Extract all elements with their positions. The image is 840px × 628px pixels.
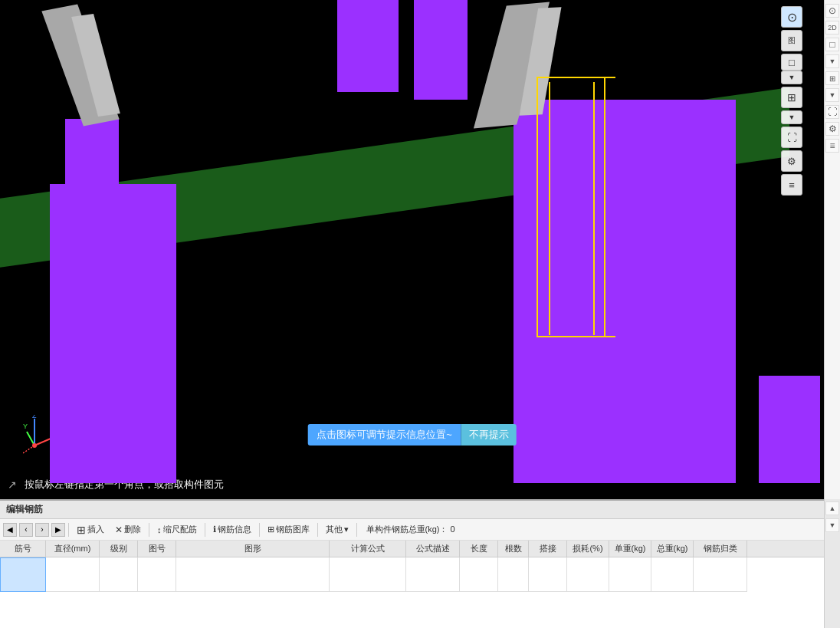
panel-title-bar: 编辑钢筋 ×	[0, 501, 840, 519]
weight-value: 0	[451, 524, 455, 534]
th-diameter: 直径(mm)	[46, 541, 100, 557]
other-dropdown-icon: ▾	[344, 524, 349, 534]
add-icon: ⊞	[77, 524, 86, 536]
sep4	[259, 523, 260, 537]
edge-btn-2[interactable]: ▼	[825, 518, 839, 532]
fullscreen-icon-btn[interactable]: ⛶	[781, 127, 802, 148]
sep5	[317, 523, 318, 537]
th-barno: 筋号	[0, 541, 46, 557]
notification-bar: 点击图标可调节提示信息位置~ 不再提示	[307, 424, 517, 446]
delete-icon: ✕	[115, 524, 123, 535]
rtb-icon-8[interactable]: ⚙	[825, 122, 839, 136]
td-unitwt-1[interactable]	[609, 557, 651, 592]
td-totalwt-1[interactable]	[651, 557, 694, 592]
svg-line-1	[27, 432, 34, 446]
list-icon-btn[interactable]: ≡	[781, 174, 802, 196]
other-label: 其他	[326, 524, 343, 535]
purple-top-right	[414, 0, 468, 100]
rebar-info-btn[interactable]: ℹ 钢筋信息	[208, 521, 256, 538]
add-row-btn[interactable]: ⊞ 插入	[72, 521, 109, 538]
td-formuladesc-1[interactable]	[406, 557, 460, 592]
edge-btn-1[interactable]: ▲	[825, 501, 839, 515]
weight-label: 单构件钢筋总重(kg)： 0	[366, 524, 455, 535]
td-length-1[interactable]	[460, 557, 498, 592]
scale-icon: ↕	[157, 525, 162, 534]
td-rebartype-1[interactable]	[694, 557, 747, 592]
td-diameter-1[interactable]	[46, 557, 100, 592]
rebar-lib-btn[interactable]: ⊞ 钢筋图库	[263, 521, 314, 538]
td-shapeno-1[interactable]	[138, 557, 176, 592]
td-count-1[interactable]	[498, 557, 529, 592]
other-dropdown-btn[interactable]: 其他 ▾	[321, 521, 353, 538]
rtb-icon-2[interactable]: 2D	[825, 21, 839, 35]
td-shape-1[interactable]	[176, 557, 330, 592]
rtb-icon-9[interactable]: ≡	[825, 139, 839, 153]
right-toolbar: ⊙ 2D □ ▼ ⊞ ▼ ⛶ ⚙ ≡	[824, 0, 840, 499]
notification-text: 点击图标可调节提示信息位置~	[307, 424, 461, 446]
td-barno-1[interactable]	[0, 557, 46, 592]
nav-prev-btn[interactable]: ‹	[19, 523, 33, 537]
purple-col-main-left	[50, 184, 176, 483]
right-edge-panel: ▲ ▼	[824, 499, 840, 628]
nav-first-btn[interactable]: ◀	[3, 523, 17, 537]
add-label: 插入	[87, 524, 104, 535]
th-count: 根数	[498, 541, 529, 557]
settings-icon-btn[interactable]: ⚙	[781, 150, 802, 172]
sep6	[356, 523, 357, 537]
rtb-icon-7[interactable]: ⛶	[825, 105, 839, 119]
th-formula: 计算公式	[330, 541, 406, 557]
th-shapeno: 图号	[138, 541, 176, 557]
purple-far-right	[759, 376, 820, 483]
rtb-icon-6[interactable]: ▼	[825, 88, 839, 102]
sep2	[149, 523, 149, 537]
rtb-icon-3[interactable]: □	[825, 38, 839, 51]
th-formuladesc: 公式描述	[406, 541, 460, 557]
grid-icon-btn[interactable]: ⊞	[781, 87, 802, 108]
lib-icon: ⊞	[267, 524, 274, 534]
orbit-icon-btn[interactable]: ⊙	[781, 6, 802, 28]
rtb-icon-4[interactable]: ▼	[825, 54, 839, 68]
z-axis-label: Z	[32, 415, 37, 419]
td-formula-1[interactable]	[330, 557, 406, 592]
rtb-icon-5[interactable]: ⊞	[825, 71, 839, 85]
wireframe-inner-v1	[549, 82, 595, 335]
sep3	[205, 523, 205, 537]
th-loss: 损耗(%)	[567, 541, 609, 557]
th-rebartype: 钢筋归类	[694, 541, 747, 557]
purple-col-top-left	[65, 119, 119, 196]
bottom-panel: 编辑钢筋 × ◀ ‹ › ▶ ⊞ 插入 ✕ 删除 ↕ 缩尺配筋 ℹ 钢筋信息	[0, 499, 840, 628]
td-grade-1[interactable]	[100, 557, 138, 592]
status-icon: ↗	[8, 478, 17, 491]
th-shape: 图形	[176, 541, 330, 557]
sep1	[68, 523, 69, 537]
purple-top-left	[337, 0, 399, 92]
th-splice: 搭接	[529, 541, 567, 557]
lib-label: 钢筋图库	[276, 524, 310, 535]
wireframe-bottom-h	[550, 322, 615, 337]
scale-label: 缩尺配筋	[163, 524, 197, 535]
td-splice-1[interactable]	[529, 557, 567, 592]
th-length: 长度	[460, 541, 498, 557]
nav-last-btn[interactable]: ▶	[51, 523, 65, 537]
grid-dropdown-btn[interactable]: ▼	[781, 110, 802, 124]
cube-dropdown-btn[interactable]: ▼	[781, 71, 802, 84]
table-body	[0, 557, 840, 592]
cube-icon-btn[interactable]: □	[781, 54, 802, 71]
td-loss-1[interactable]	[567, 557, 609, 592]
y-axis-label: Y	[23, 423, 28, 430]
nav-next-btn[interactable]: ›	[35, 523, 49, 537]
viewport-toolbar: ⊙ 图 □ ▼ ⊞ ▼ ⛶ ⚙ ≡	[781, 6, 802, 196]
table-header: 筋号 直径(mm) 级别 图号 图形 计算公式 公式描述 长度 根数 搭接 损耗…	[0, 541, 840, 557]
scale-rebar-btn[interactable]: ↕ 缩尺配筋	[153, 521, 202, 538]
notification-dismiss-btn[interactable]: 不再提示	[461, 424, 517, 446]
rtb-icon-1[interactable]: ⊙	[825, 4, 839, 18]
panel-toolbar: ◀ ‹ › ▶ ⊞ 插入 ✕ 删除 ↕ 缩尺配筋 ℹ 钢筋信息 ⊞ 钢筋图库	[0, 519, 840, 541]
info-icon: ℹ	[213, 524, 216, 534]
delete-row-btn[interactable]: ✕ 删除	[110, 521, 146, 538]
panel-title: 编辑钢筋	[6, 503, 43, 516]
info-label: 钢筋信息	[218, 524, 251, 535]
viewport-3d[interactable]: ⊙ 图 □ ▼ ⊞ ▼ ⛶ ⚙ ≡ X Y Z 点击图标可调节提	[0, 0, 824, 499]
view-icon-btn[interactable]: 图	[781, 30, 802, 51]
wireframe-top-h	[550, 77, 615, 92]
th-unitwt: 单重(kg)	[609, 541, 651, 557]
